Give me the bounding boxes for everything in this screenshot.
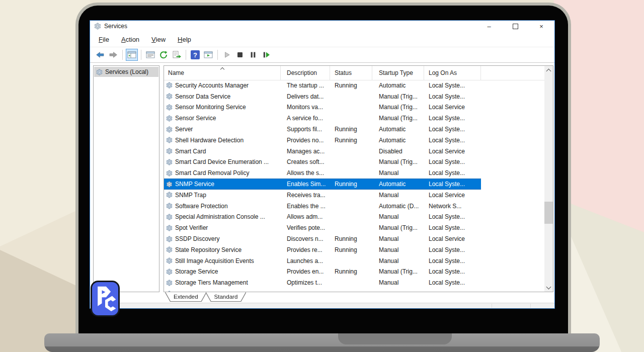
gear-icon	[166, 214, 173, 220]
gear-icon	[166, 257, 173, 264]
service-row[interactable]: Special Administration Console ...Allows…	[164, 212, 481, 223]
gear-icon	[166, 137, 173, 143]
service-row[interactable]: Sensor Monitoring ServiceMonitors va...M…	[164, 102, 481, 113]
service-row[interactable]: SSDP DiscoveryDiscovers n...RunningManua…	[164, 233, 481, 244]
status-separator	[530, 304, 531, 308]
service-row[interactable]: Sensor Data ServiceDelivers dat...Manual…	[164, 91, 481, 102]
service-row[interactable]: State Repository ServiceProvides re...Ru…	[164, 244, 481, 255]
service-row-partial[interactable]	[164, 288, 481, 292]
service-description: Delivers dat...	[281, 91, 330, 102]
gear-icon	[166, 225, 173, 231]
maximize-icon	[513, 24, 518, 29]
tree-item-services-local[interactable]: Services (Local)	[94, 67, 158, 77]
properties-button[interactable]	[144, 49, 156, 61]
start-service-button[interactable]	[221, 49, 233, 61]
stop-service-button[interactable]	[234, 49, 246, 61]
service-name: Security Accounts Manager	[175, 82, 249, 89]
service-row[interactable]: Security Accounts ManagerThe startup ...…	[164, 80, 481, 91]
maximize-button[interactable]	[502, 21, 528, 32]
minimize-button[interactable]: –	[476, 21, 502, 32]
service-row[interactable]: ServerSupports fil...RunningAutomaticLoc…	[164, 124, 481, 135]
menu-action[interactable]: Action	[116, 34, 145, 45]
menu-file[interactable]: File	[93, 34, 115, 45]
service-log-on-as: Local Service	[424, 102, 481, 113]
service-name: Sensor Data Service	[175, 93, 230, 100]
refresh-button[interactable]	[157, 49, 170, 61]
service-status: Running	[330, 80, 372, 91]
show-action-pane-button[interactable]	[202, 49, 214, 61]
service-description: Provides no...	[281, 135, 330, 146]
close-button[interactable]: ×	[528, 21, 554, 32]
service-status	[330, 102, 372, 113]
properties-icon	[145, 50, 155, 60]
laptop-base	[44, 333, 600, 352]
pause-service-button[interactable]	[247, 49, 259, 61]
service-row[interactable]: Smart Card Device Enumeration ...Creates…	[164, 157, 481, 168]
service-description: Enables Sim...	[281, 179, 330, 189]
service-row[interactable]: Storage ServiceProvides en...RunningManu…	[164, 267, 481, 278]
vertical-scrollbar[interactable]	[544, 66, 553, 292]
service-name: Sensor Service	[175, 115, 216, 122]
service-startup-type: Manual (Trig...	[372, 113, 424, 124]
gear-icon	[166, 148, 173, 154]
service-row[interactable]: Software ProtectionEnables the ...Automa…	[164, 201, 481, 212]
toolbar-separator	[217, 50, 218, 60]
service-startup-type: Manual (Trig...	[372, 102, 424, 113]
service-status	[330, 157, 372, 168]
service-log-on-as: Local Syste...	[424, 255, 481, 267]
restart-service-button[interactable]	[260, 49, 272, 61]
chevron-down-icon	[546, 285, 551, 290]
service-log-on-as: Local Syste...	[424, 277, 481, 288]
gear-icon	[166, 280, 173, 286]
scroll-down-button[interactable]	[544, 283, 553, 292]
service-row[interactable]: Spot VerifierVerifies pote...Manual (Tri…	[164, 222, 481, 233]
service-description: Enables the ...	[281, 201, 330, 212]
service-row[interactable]: Storage Tiers ManagementOptimizes t...Ma…	[164, 277, 481, 288]
service-startup-type: Manual (Trig...	[372, 222, 424, 233]
gear-icon	[166, 170, 173, 177]
service-row[interactable]: Shell Hardware DetectionProvides no...Ru…	[164, 135, 481, 146]
pc-watermark-logo	[91, 281, 120, 317]
column-header-startup-type[interactable]: Startup Type	[372, 66, 424, 80]
service-row[interactable]: SNMP TrapReceives tra...ManualLocal Serv…	[164, 190, 481, 201]
menu-help[interactable]: Help	[172, 34, 197, 45]
service-row[interactable]: Sensor ServiceA service fo...Manual (Tri…	[164, 113, 481, 124]
forward-button[interactable]	[107, 49, 119, 61]
service-description: Manages ac...	[281, 146, 330, 157]
column-header-description[interactable]: Description	[281, 66, 330, 80]
scrollbar-thumb[interactable]	[544, 202, 553, 224]
service-startup-type: Manual	[372, 244, 424, 255]
service-log-on-as: Network S...	[424, 201, 481, 212]
gear-icon	[166, 246, 173, 253]
column-header-status[interactable]: Status	[330, 66, 372, 80]
service-row[interactable]: Smart CardManages ac...DisabledLocal Ser…	[164, 146, 481, 157]
toolbar: ?	[90, 47, 554, 63]
back-button[interactable]	[94, 49, 106, 61]
service-startup-type: Automatic	[372, 135, 424, 146]
scroll-up-button[interactable]	[544, 66, 553, 74]
service-status	[330, 212, 372, 223]
column-header-log-on-as[interactable]: Log On As	[424, 66, 481, 80]
service-row[interactable]: Smart Card Removal PolicyAllows the s...…	[164, 167, 481, 179]
gear-icon	[166, 192, 173, 198]
help-icon: ?	[191, 50, 200, 59]
export-list-button[interactable]	[171, 49, 183, 61]
menu-view[interactable]: View	[146, 34, 171, 45]
title-bar: Services – ×	[90, 21, 554, 32]
service-description: Launches a...	[281, 255, 330, 267]
service-log-on-as: Local Service	[424, 233, 481, 244]
toolbar-separator	[186, 50, 186, 60]
service-description: Provides en...	[281, 267, 330, 278]
service-description: Optimizes t...	[281, 277, 330, 288]
list-header: Name Description Status Startup Type Log…	[164, 66, 544, 80]
show-console-tree-button[interactable]	[126, 49, 138, 61]
service-row[interactable]: Still Image Acquisition EventsLaunches a…	[164, 255, 481, 267]
tab-standard[interactable]: Standard	[206, 292, 246, 301]
service-status: Running	[330, 244, 372, 255]
service-description: Creates soft...	[281, 157, 330, 168]
service-row[interactable]: SNMP ServiceEnables Sim...RunningAutomat…	[164, 179, 481, 190]
gear-icon	[166, 82, 173, 89]
tab-extended[interactable]: Extended	[166, 292, 206, 301]
help-button[interactable]: ?	[189, 49, 201, 61]
forward-icon	[108, 50, 118, 60]
